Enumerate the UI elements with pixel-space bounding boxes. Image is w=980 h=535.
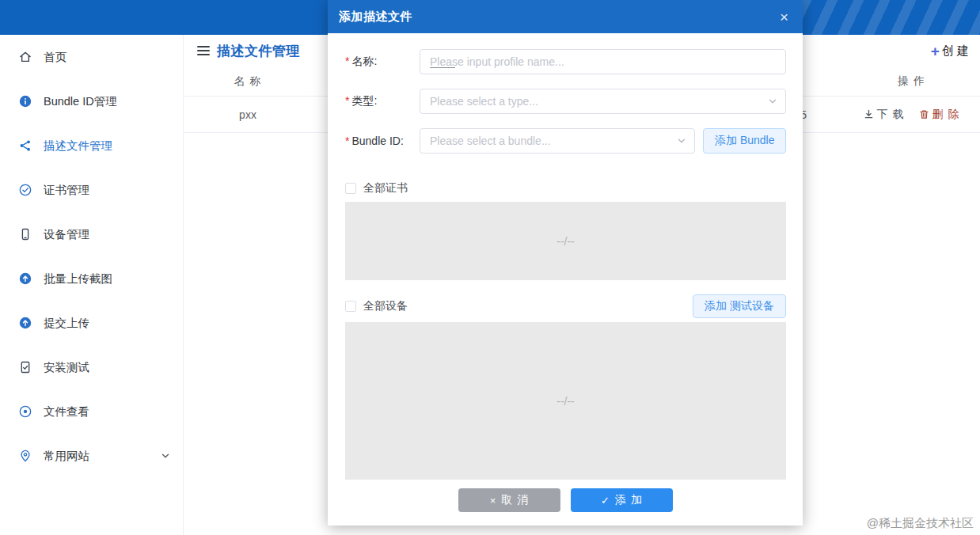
type-select-placeholder: Please select a type... — [430, 95, 768, 108]
all-devices-row: 全部设备 添加 测试设备 — [345, 294, 786, 318]
modal-header: 添加描述文件 × — [328, 0, 803, 33]
sidebar-item-bundle-id[interactable]: Bundle ID管理 — [0, 79, 183, 123]
sidebar-item-label: 文件查看 — [44, 404, 89, 419]
devices-empty-text: --/-- — [556, 395, 575, 408]
download-link-label: 下 载 — [877, 108, 905, 122]
file-view-icon — [17, 404, 33, 419]
download-icon — [864, 109, 874, 120]
close-icon[interactable]: × — [777, 8, 792, 26]
create-button-label: 创 建 — [942, 44, 969, 59]
sidebar-item-common-websites[interactable]: 常用网站 — [0, 434, 183, 478]
location-pin-icon — [17, 448, 33, 464]
sidebar-item-batch-upload-screenshots[interactable]: 批量上传截图 — [0, 256, 183, 301]
cancel-x-icon: × — [490, 495, 496, 507]
add-test-device-button[interactable]: 添加 测试设备 — [693, 294, 786, 318]
column-header-name: 名 称 — [184, 74, 311, 89]
hamburger-menu-icon[interactable] — [197, 46, 210, 55]
check-icon: ✓ — [601, 495, 610, 507]
form-row-bundle: *Bundle ID: Please select a bundle... 添加… — [345, 128, 786, 154]
sidebar-item-label: 批量上传截图 — [44, 271, 112, 286]
download-link[interactable]: 下 载 — [864, 108, 905, 122]
name-input-wrap — [420, 49, 786, 74]
sidebar-item-profiles[interactable]: 描述文件管理 — [0, 123, 183, 168]
page-title: 描述文件管理 — [217, 42, 300, 60]
required-mark: * — [345, 135, 349, 147]
trash-icon — [919, 109, 929, 120]
delete-link-label: 删 除 — [933, 108, 960, 122]
cancel-button[interactable]: × 取 消 — [458, 488, 560, 512]
certificate-check-icon — [17, 182, 33, 198]
create-button[interactable]: + 创 建 — [931, 44, 969, 59]
add-profile-modal: 添加描述文件 × *名称: *类型: Please select a type.… — [328, 0, 803, 526]
bundle-field-label: *Bundle ID: — [345, 135, 420, 147]
cell-actions: 下 载 删 除 — [843, 108, 980, 122]
modal-body: *名称: *类型: Please select a type... *Bundl… — [328, 33, 803, 512]
sidebar-item-label: 首页 — [44, 50, 66, 65]
all-devices-label: 全部设备 — [363, 299, 408, 313]
text-cursor-underline — [430, 67, 455, 68]
sidebar-item-devices[interactable]: 设备管理 — [0, 212, 183, 256]
watermark-text: @稀土掘金技术社区 — [867, 516, 974, 531]
sidebar-item-certificates[interactable]: 证书管理 — [0, 168, 183, 212]
sidebar: 首页 Bundle ID管理 描述文件管理 证书管理 设备管理 — [0, 35, 184, 535]
type-field-label: *类型: — [345, 94, 420, 108]
confirm-add-button[interactable]: ✓ 添 加 — [571, 488, 673, 512]
cell-profile-name: pxx — [184, 108, 311, 121]
chevron-down-icon — [768, 97, 777, 106]
topbar-stripes-decoration — [801, 0, 980, 35]
certificates-empty-text: --/-- — [556, 235, 575, 248]
info-circle-icon — [17, 93, 33, 109]
all-certificates-row: 全部证书 — [345, 181, 786, 195]
sidebar-item-home[interactable]: 首页 — [0, 35, 183, 79]
column-header-action: 操 作 — [843, 74, 980, 89]
sidebar-item-label: 常用网站 — [44, 449, 89, 464]
document-check-icon — [17, 359, 33, 375]
modal-footer: × 取 消 ✓ 添 加 — [345, 488, 786, 512]
all-devices-checkbox[interactable] — [345, 301, 356, 312]
sidebar-item-label: 设备管理 — [44, 227, 89, 242]
bundle-select[interactable]: Please select a bundle... — [420, 128, 695, 154]
upload-circle-icon — [17, 315, 33, 331]
bundle-select-placeholder: Please select a bundle... — [430, 135, 677, 147]
cancel-button-label: 取 消 — [501, 493, 529, 507]
sidebar-item-label: Bundle ID管理 — [44, 94, 117, 109]
sidebar-item-label: 提交上传 — [44, 316, 89, 331]
profile-name-input[interactable] — [420, 49, 786, 74]
chevron-down-icon — [161, 451, 170, 461]
name-field-label: *名称: — [345, 55, 420, 69]
add-bundle-button[interactable]: 添加 Bundle — [703, 128, 786, 154]
all-certificates-checkbox[interactable] — [345, 183, 356, 194]
chevron-down-icon — [677, 136, 686, 146]
home-icon — [17, 49, 33, 65]
modal-title: 添加描述文件 — [339, 9, 412, 25]
form-row-name: *名称: — [345, 49, 786, 74]
sidebar-item-label: 描述文件管理 — [44, 138, 112, 154]
sidebar-item-install-test[interactable]: 安装测试 — [0, 345, 183, 389]
share-nodes-icon — [17, 138, 33, 154]
type-select[interactable]: Please select a type... — [420, 89, 786, 114]
form-row-type: *类型: Please select a type... — [345, 89, 786, 114]
delete-link[interactable]: 删 除 — [919, 108, 960, 122]
sidebar-item-label: 证书管理 — [44, 183, 89, 198]
sidebar-item-file-view[interactable]: 文件查看 — [0, 389, 183, 434]
upload-circle-icon — [17, 271, 33, 286]
sidebar-item-label: 安装测试 — [44, 360, 89, 375]
all-certificates-label: 全部证书 — [363, 181, 408, 195]
devices-empty-panel: --/-- — [345, 322, 786, 480]
plus-icon: + — [931, 44, 940, 59]
app-screen: 首页 Bundle ID管理 描述文件管理 证书管理 设备管理 — [0, 0, 980, 535]
required-mark: * — [345, 55, 349, 67]
confirm-button-label: 添 加 — [615, 493, 643, 507]
required-mark: * — [345, 94, 349, 107]
certificates-empty-panel: --/-- — [345, 202, 786, 280]
mobile-device-icon — [17, 226, 33, 242]
sidebar-item-submit-upload[interactable]: 提交上传 — [0, 301, 183, 345]
